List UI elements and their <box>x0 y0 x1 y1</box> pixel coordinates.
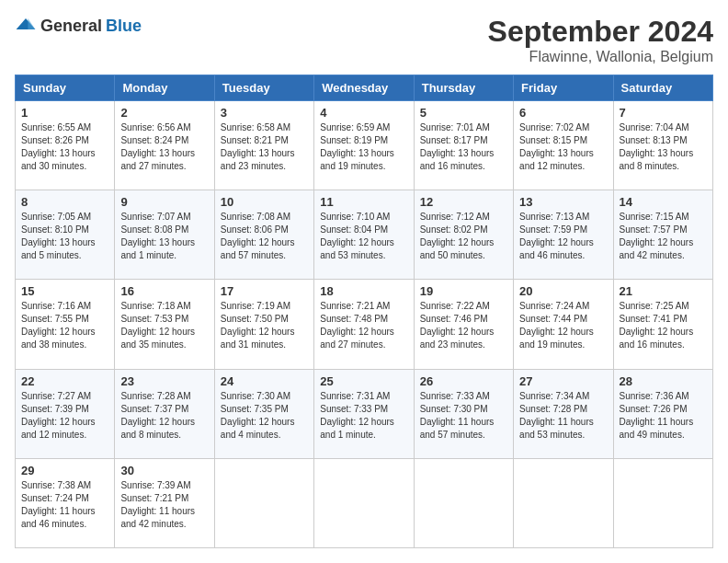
col-sunday: Sunday <box>16 75 115 101</box>
day-info: Sunrise: 7:04 AMSunset: 8:13 PMDaylight:… <box>620 121 707 173</box>
col-thursday: Thursday <box>414 75 513 101</box>
table-row: 4 Sunrise: 6:59 AMSunset: 8:19 PMDayligh… <box>314 101 414 190</box>
day-number: 30 <box>120 464 208 477</box>
day-number: 22 <box>21 374 108 388</box>
day-number: 1 <box>21 106 108 120</box>
day-number: 3 <box>221 106 308 120</box>
table-row: 25 Sunrise: 7:31 AMSunset: 7:33 PMDaylig… <box>314 369 414 458</box>
day-number: 4 <box>320 106 407 120</box>
table-row: 27 Sunrise: 7:34 AMSunset: 7:28 PMDaylig… <box>514 369 613 458</box>
calendar-table: Sunday Monday Tuesday Wednesday Thursday… <box>15 75 713 548</box>
table-row: 24 Sunrise: 7:30 AMSunset: 7:35 PMDaylig… <box>214 369 313 458</box>
day-number: 24 <box>221 374 308 388</box>
day-info: Sunrise: 6:56 AMSunset: 8:24 PMDaylight:… <box>120 121 208 173</box>
table-row: 15 Sunrise: 7:16 AMSunset: 7:55 PMDaylig… <box>16 280 115 369</box>
day-info: Sunrise: 6:55 AMSunset: 8:26 PMDaylight:… <box>21 121 108 173</box>
day-number: 5 <box>420 106 507 120</box>
day-info: Sunrise: 7:19 AMSunset: 7:50 PMDaylight:… <box>221 300 308 351</box>
day-info: Sunrise: 7:34 AMSunset: 7:28 PMDaylight:… <box>519 390 607 442</box>
col-friday: Friday <box>514 75 613 101</box>
col-wednesday: Wednesday <box>314 75 414 101</box>
day-info: Sunrise: 7:33 AMSunset: 7:30 PMDaylight:… <box>420 390 507 442</box>
table-row <box>514 458 613 547</box>
table-row: 16 Sunrise: 7:18 AMSunset: 7:53 PMDaylig… <box>115 280 214 369</box>
day-info: Sunrise: 7:24 AMSunset: 7:44 PMDaylight:… <box>519 300 607 351</box>
day-info: Sunrise: 7:36 AMSunset: 7:26 PMDaylight:… <box>620 390 707 442</box>
day-number: 13 <box>519 195 607 209</box>
table-row: 1 Sunrise: 6:55 AMSunset: 8:26 PMDayligh… <box>16 101 115 190</box>
day-number: 17 <box>221 284 308 298</box>
day-info: Sunrise: 7:08 AMSunset: 8:06 PMDaylight:… <box>221 211 308 262</box>
day-number: 20 <box>519 284 607 298</box>
day-info: Sunrise: 7:31 AMSunset: 7:33 PMDaylight:… <box>320 390 407 442</box>
table-row: 29 Sunrise: 7:38 AMSunset: 7:24 PMDaylig… <box>16 458 115 547</box>
col-saturday: Saturday <box>613 75 712 101</box>
day-number: 25 <box>320 374 407 388</box>
day-info: Sunrise: 7:25 AMSunset: 7:41 PMDaylight:… <box>620 300 707 351</box>
day-number: 29 <box>21 464 108 477</box>
day-info: Sunrise: 7:39 AMSunset: 7:21 PMDaylight:… <box>120 479 208 531</box>
table-row: 23 Sunrise: 7:28 AMSunset: 7:37 PMDaylig… <box>115 369 214 458</box>
logo-blue: Blue <box>106 17 142 36</box>
page: GeneralBlue September 2024 Flawinne, Wal… <box>0 0 728 563</box>
day-info: Sunrise: 7:13 AMSunset: 7:59 PMDaylight:… <box>519 211 607 262</box>
table-row: 14 Sunrise: 7:15 AMSunset: 7:57 PMDaylig… <box>613 190 712 280</box>
day-number: 19 <box>420 284 507 298</box>
table-row: 11 Sunrise: 7:10 AMSunset: 8:04 PMDaylig… <box>314 190 414 280</box>
day-number: 8 <box>21 195 108 209</box>
day-info: Sunrise: 7:05 AMSunset: 8:10 PMDaylight:… <box>21 211 108 262</box>
table-row: 19 Sunrise: 7:22 AMSunset: 7:46 PMDaylig… <box>414 280 513 369</box>
logo: GeneralBlue <box>15 15 142 37</box>
table-row: 13 Sunrise: 7:13 AMSunset: 7:59 PMDaylig… <box>514 190 613 280</box>
day-number: 18 <box>320 284 407 298</box>
table-row <box>214 458 313 547</box>
table-row: 21 Sunrise: 7:25 AMSunset: 7:41 PMDaylig… <box>613 280 712 369</box>
table-row: 8 Sunrise: 7:05 AMSunset: 8:10 PMDayligh… <box>16 190 115 280</box>
header: GeneralBlue September 2024 Flawinne, Wal… <box>15 15 713 65</box>
day-number: 26 <box>420 374 507 388</box>
svg-marker-1 <box>28 18 35 29</box>
table-row: 26 Sunrise: 7:33 AMSunset: 7:30 PMDaylig… <box>414 369 513 458</box>
day-info: Sunrise: 7:38 AMSunset: 7:24 PMDaylight:… <box>21 479 108 531</box>
calendar-header-row: Sunday Monday Tuesday Wednesday Thursday… <box>16 75 713 101</box>
day-info: Sunrise: 7:21 AMSunset: 7:48 PMDaylight:… <box>320 300 407 351</box>
day-number: 10 <box>221 195 308 209</box>
table-row: 6 Sunrise: 7:02 AMSunset: 8:15 PMDayligh… <box>514 101 613 190</box>
month-title: September 2024 <box>488 15 713 49</box>
day-number: 15 <box>21 284 108 298</box>
table-row: 20 Sunrise: 7:24 AMSunset: 7:44 PMDaylig… <box>514 280 613 369</box>
day-number: 6 <box>519 106 607 120</box>
table-row: 5 Sunrise: 7:01 AMSunset: 8:17 PMDayligh… <box>414 101 513 190</box>
col-tuesday: Tuesday <box>214 75 313 101</box>
day-number: 11 <box>320 195 407 209</box>
logo-icon <box>15 15 37 37</box>
day-info: Sunrise: 7:07 AMSunset: 8:08 PMDaylight:… <box>120 211 208 262</box>
table-row <box>414 458 513 547</box>
day-number: 9 <box>120 195 208 209</box>
day-info: Sunrise: 7:18 AMSunset: 7:53 PMDaylight:… <box>120 300 208 351</box>
day-info: Sunrise: 7:10 AMSunset: 8:04 PMDaylight:… <box>320 211 407 262</box>
table-row: 3 Sunrise: 6:58 AMSunset: 8:21 PMDayligh… <box>214 101 313 190</box>
day-info: Sunrise: 7:12 AMSunset: 8:02 PMDaylight:… <box>420 211 507 262</box>
day-number: 27 <box>519 374 607 388</box>
table-row: 2 Sunrise: 6:56 AMSunset: 8:24 PMDayligh… <box>115 101 214 190</box>
table-row: 30 Sunrise: 7:39 AMSunset: 7:21 PMDaylig… <box>115 458 214 547</box>
day-info: Sunrise: 7:30 AMSunset: 7:35 PMDaylight:… <box>221 390 308 442</box>
day-info: Sunrise: 6:58 AMSunset: 8:21 PMDaylight:… <box>221 121 308 173</box>
day-info: Sunrise: 7:15 AMSunset: 7:57 PMDaylight:… <box>620 211 707 262</box>
day-info: Sunrise: 6:59 AMSunset: 8:19 PMDaylight:… <box>320 121 407 173</box>
table-row: 28 Sunrise: 7:36 AMSunset: 7:26 PMDaylig… <box>613 369 712 458</box>
table-row: 22 Sunrise: 7:27 AMSunset: 7:39 PMDaylig… <box>16 369 115 458</box>
day-info: Sunrise: 7:16 AMSunset: 7:55 PMDaylight:… <box>21 300 108 351</box>
table-row: 7 Sunrise: 7:04 AMSunset: 8:13 PMDayligh… <box>613 101 712 190</box>
day-info: Sunrise: 7:22 AMSunset: 7:46 PMDaylight:… <box>420 300 507 351</box>
location: Flawinne, Wallonia, Belgium <box>488 49 713 65</box>
col-monday: Monday <box>115 75 214 101</box>
day-info: Sunrise: 7:27 AMSunset: 7:39 PMDaylight:… <box>21 390 108 442</box>
table-row: 10 Sunrise: 7:08 AMSunset: 8:06 PMDaylig… <box>214 190 313 280</box>
day-info: Sunrise: 7:02 AMSunset: 8:15 PMDaylight:… <box>519 121 607 173</box>
day-info: Sunrise: 7:01 AMSunset: 8:17 PMDaylight:… <box>420 121 507 173</box>
table-row: 12 Sunrise: 7:12 AMSunset: 8:02 PMDaylig… <box>414 190 513 280</box>
day-number: 12 <box>420 195 507 209</box>
table-row <box>314 458 414 547</box>
